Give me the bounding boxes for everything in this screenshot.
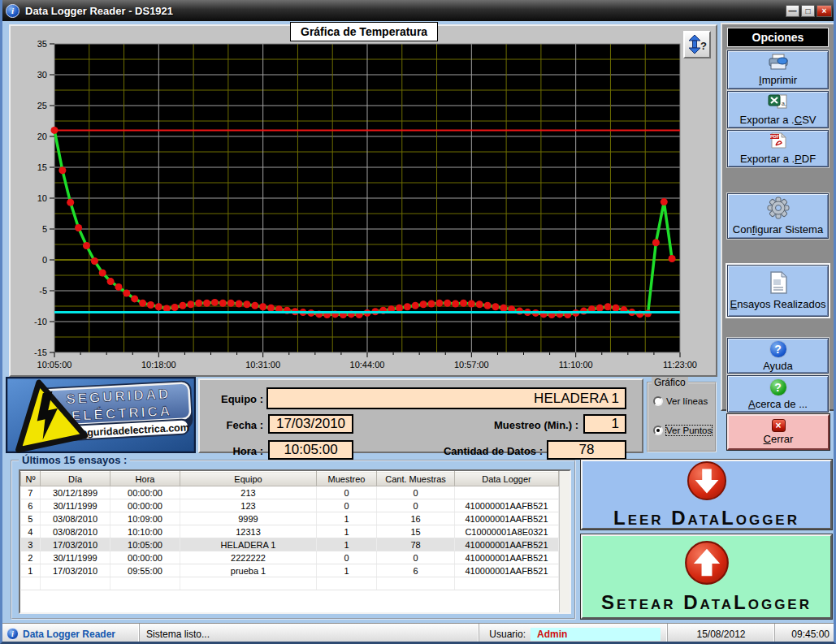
- ensayo-info-panel: Equipo : HELADERA 1 Fecha : 17/03/2010 H…: [198, 378, 643, 453]
- ensayos-realizados-label: Ensayos Realizados: [730, 298, 826, 310]
- svg-text:35: 35: [37, 39, 47, 49]
- svg-text:20: 20: [37, 132, 47, 141]
- hora-label: Hora :: [200, 445, 263, 457]
- table-cell: 09:55:00: [110, 564, 180, 577]
- chart-title: Gráfica de Temperatura: [290, 22, 438, 41]
- upload-arrow-icon: [684, 540, 730, 588]
- cerrar-label: Cerrar: [764, 433, 794, 445]
- table-cell: 5: [21, 512, 41, 525]
- column-header[interactable]: Hora: [110, 472, 180, 486]
- svg-text:30: 30: [37, 70, 47, 80]
- ensayos-table[interactable]: NºDíaHoraEquipoMuestreoCant. MuestrasDat…: [20, 471, 559, 590]
- exportar-pdf-button[interactable]: PDF Exportar a .PDF: [727, 130, 829, 167]
- table-row[interactable]: 503/08/201010:09:009999116410000001AAFB5…: [21, 512, 559, 525]
- hora-field[interactable]: 10:05:00: [268, 440, 353, 460]
- table-row[interactable]: 730/12/189900:00:0021300: [21, 486, 559, 499]
- ultimos-ensayos-label: Últimos 15 ensayos :: [19, 454, 130, 466]
- svg-text:-10: -10: [34, 317, 47, 326]
- statusbar-time-segment: 09:45:00: [775, 624, 836, 644]
- statusbar-app-segment: i Data Logger Reader: [0, 624, 140, 644]
- temperature-chart: -15-10-50510152025303510:05:0010:18:0010…: [11, 26, 716, 378]
- table-cell: 9999: [180, 512, 317, 525]
- cantidad-datos-field[interactable]: 78: [547, 440, 626, 460]
- ver-lineas-option[interactable]: Ver líneas: [653, 396, 708, 406]
- ver-puntos-label: Ver Puntos: [666, 426, 712, 435]
- svg-text:10:44:00: 10:44:00: [350, 360, 385, 370]
- help-icon: ?: [769, 340, 787, 358]
- hora-value: 10:05:00: [284, 442, 337, 458]
- opciones-header: Opciones: [727, 28, 829, 47]
- ensayos-realizados-button[interactable]: Ensayos Realizados: [727, 265, 829, 317]
- column-header[interactable]: Día: [41, 472, 110, 486]
- fecha-label: Fecha :: [200, 419, 263, 431]
- column-header[interactable]: Cant. Muestras: [377, 472, 455, 486]
- ver-lineas-radio[interactable]: [653, 396, 663, 406]
- table-cell: 17/03/2010: [41, 564, 110, 577]
- table-row[interactable]: 117/03/201009:55:00prueba 116410000001AA…: [21, 564, 559, 577]
- table-cell: 78: [377, 538, 455, 551]
- table-row[interactable]: 317/03/201010:05:00HELADERA 117841000000…: [21, 538, 559, 551]
- statusbar-status-segment: Sistema listo...: [140, 624, 479, 644]
- cerrar-button[interactable]: × Cerrar: [727, 414, 830, 450]
- cantidad-datos-label: Cantidad de Datos :: [392, 445, 543, 457]
- table-cell: 410000001AAFB521: [455, 551, 559, 564]
- muestreo-field[interactable]: 1: [583, 414, 626, 434]
- table-row[interactable]: 230/11/199900:00:00222222200410000001AAF…: [21, 551, 559, 564]
- logo-image: SEGURIDAD ELÉCTRICA www.seguridadelectri…: [6, 377, 196, 453]
- column-header[interactable]: Data Logger: [455, 472, 559, 486]
- statusbar-app-icon: i: [6, 628, 19, 640]
- table-row[interactable]: 630/11/199900:00:0012300410000001AAFB521: [21, 499, 559, 512]
- table-cell: 0: [317, 499, 377, 512]
- document-icon: [769, 271, 788, 296]
- close-icon: ×: [772, 419, 786, 432]
- title-bar: i Data Logger Reader - DS1921 — □ ×: [0, 0, 836, 21]
- column-header[interactable]: Nº: [21, 472, 41, 486]
- leer-datalogger-button[interactable]: Leer DataLogger: [581, 460, 832, 529]
- table-scrollbar[interactable]: [559, 471, 570, 612]
- table-cell: 1: [317, 538, 377, 551]
- equipo-label: Equipo :: [200, 393, 263, 405]
- table-cell: 00:00:00: [110, 499, 180, 512]
- table-cell: 12313: [180, 525, 317, 538]
- table-cell: [455, 486, 559, 499]
- equipo-field[interactable]: HELADERA 1: [266, 387, 626, 409]
- table-cell: 410000001AAFB521: [455, 538, 559, 551]
- column-header[interactable]: Equipo: [180, 472, 317, 486]
- ensayos-table-container: NºDíaHoraEquipoMuestreoCant. MuestrasDat…: [19, 469, 571, 614]
- configurar-sistema-button[interactable]: Configurar Sistema: [727, 193, 829, 239]
- ayuda-button[interactable]: ? Ayuda: [727, 338, 829, 374]
- seguridad-electrica-logo[interactable]: SEGURIDAD ELÉCTRICA www.seguridadelectri…: [6, 377, 196, 453]
- table-cell: 410000001AAFB521: [455, 499, 559, 512]
- table-cell: 0: [377, 486, 455, 499]
- table-cell: 15: [377, 525, 455, 538]
- statusbar-date-segment: 15/08/2012: [668, 624, 775, 644]
- imprimir-label: Imprimir: [759, 74, 797, 86]
- fecha-field[interactable]: 17/03/2010: [268, 414, 353, 434]
- minimize-button[interactable]: —: [786, 5, 799, 17]
- table-row[interactable]: 403/08/201010:10:0012313115C10000001A8E0…: [21, 525, 559, 538]
- ver-puntos-radio[interactable]: [653, 426, 663, 435]
- setear-datalogger-button[interactable]: Setear DataLogger: [581, 534, 832, 619]
- column-header[interactable]: Muestreo: [317, 472, 377, 486]
- acerca-de-label: Acerca de ...: [748, 398, 808, 410]
- table-header-row: NºDíaHoraEquipoMuestreoCant. MuestrasDat…: [21, 472, 559, 486]
- muestreo-label: Muestreo (Min.) :: [427, 419, 578, 431]
- ver-puntos-option[interactable]: Ver Puntos: [653, 426, 712, 435]
- svg-text:11:23:00: 11:23:00: [663, 360, 697, 370]
- status-date: 15/08/2012: [696, 629, 745, 640]
- exportar-csv-button[interactable]: a, Exportar a .CSV: [727, 91, 829, 128]
- scale-help-button[interactable]: ?: [683, 31, 711, 58]
- table-cell: 1: [317, 525, 377, 538]
- statusbar-user-segment: Usuario: Admin: [479, 624, 668, 644]
- imprimir-button[interactable]: Imprimir: [727, 50, 829, 89]
- table-cell: 0: [317, 551, 377, 564]
- close-window-button[interactable]: ×: [817, 5, 832, 17]
- table-cell: 123: [180, 499, 317, 512]
- maximize-button[interactable]: □: [801, 5, 815, 17]
- table-cell: 03/08/2010: [41, 525, 110, 538]
- table-cell: 1: [21, 564, 41, 577]
- table-cell: HELADERA 1: [180, 538, 317, 551]
- acerca-de-button[interactable]: ? Acerca de ...: [727, 375, 829, 413]
- statusbar-app-name: Data Logger Reader: [23, 629, 115, 640]
- svg-text:10:31:00: 10:31:00: [245, 360, 280, 370]
